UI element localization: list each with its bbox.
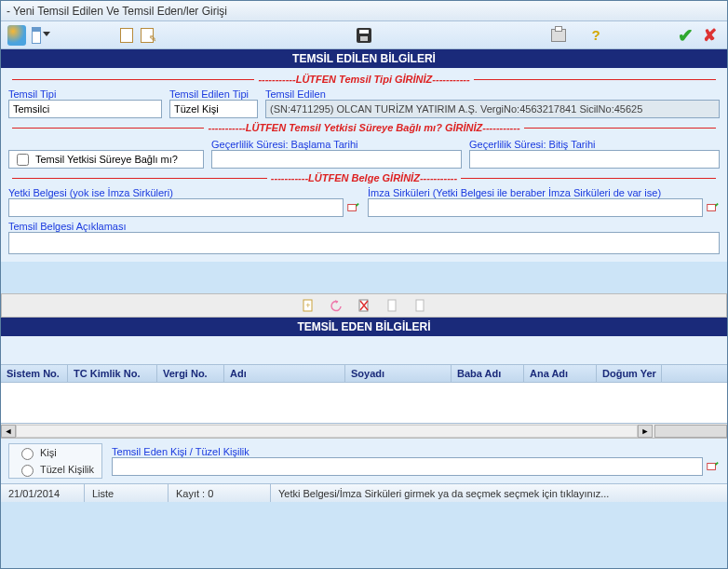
grid-col-header[interactable]: Soyadı [345, 365, 452, 382]
svg-rect-7 [708, 464, 716, 470]
status-message: Yetki Belgesi/İmza Sirküleri girmek ya d… [271, 484, 727, 502]
radio-kisi-text: Kişi [40, 447, 57, 458]
grid-area: Sistem No.TC Kimlik No.Vergi No.AdıSoyad… [1, 364, 727, 439]
label-baslama: Geçerlilik Süresi: Başlama Tarihi [211, 139, 462, 150]
svg-rect-1 [708, 205, 716, 211]
copy-doc-button[interactable] [116, 25, 137, 46]
save-button[interactable] [354, 25, 374, 46]
bottom-panel: Kişi Tüzel Kişilik Temsil Eden Kişi / Tü… [1, 439, 727, 483]
input-temsil-eden-kisi[interactable] [112, 457, 703, 476]
scroll-corner [654, 425, 727, 438]
calendar-dropdown-button[interactable] [31, 25, 51, 46]
input-yetki-belgesi[interactable] [8, 198, 344, 217]
browse-yetki-belgesi-button[interactable] [345, 200, 360, 215]
app-logo-icon[interactable] [7, 25, 27, 46]
save-icon [357, 28, 371, 43]
radio-kisi-label[interactable]: Kişi [17, 445, 94, 460]
radio-tuzel[interactable] [21, 465, 34, 477]
status-record: Kayıt : 0 [169, 484, 271, 502]
divider-temsil-tipi: -----------LÜTFEN Temsil Tipi GİRİNİZ---… [8, 74, 720, 85]
help-button[interactable]: ? [586, 25, 606, 46]
svg-text:+: + [305, 301, 310, 310]
attach-icon [706, 460, 719, 473]
svg-rect-0 [348, 205, 357, 211]
input-baslama-tarihi[interactable] [211, 150, 462, 169]
scroll-track[interactable] [16, 425, 638, 438]
label-bitis: Geçerlilik Süresi: Bitiş Tarihi [469, 139, 720, 150]
input-aciklama[interactable] [8, 232, 720, 254]
grid-col-header[interactable]: Baba Adı [452, 365, 524, 382]
attach-icon [706, 201, 719, 214]
browse-imza-sirkuleri-button[interactable] [705, 200, 720, 215]
input-bitis-tarihi[interactable] [469, 150, 720, 169]
attach-icon [346, 201, 359, 214]
label-aciklama: Temsil Belgesi Açıklaması [8, 221, 720, 232]
grid-col-header[interactable]: Adı [224, 365, 345, 382]
radio-tuzel-label[interactable]: Tüzel Kişilik [17, 462, 94, 477]
label-temsil-tipi: Temsil Tipi [8, 88, 162, 100]
close-icon: ✘ [703, 25, 717, 46]
grid-col-header[interactable]: Doğum Yer [597, 365, 662, 382]
mid-doc1-button[interactable] [384, 298, 399, 313]
document-edit-icon [141, 28, 154, 43]
chevron-down-icon [43, 32, 50, 39]
print-icon [551, 29, 566, 42]
check-icon: ✔ [678, 24, 694, 47]
print-button[interactable] [548, 25, 569, 46]
grid-top-gap [1, 336, 727, 364]
help-icon: ? [591, 27, 600, 43]
entity-type-radio-group: Kişi Tüzel Kişilik [8, 443, 102, 479]
edit-doc-button[interactable] [137, 25, 157, 46]
confirm-button[interactable]: ✔ [675, 25, 695, 46]
grid-body[interactable] [1, 383, 727, 424]
checkbox-sureye-bagli-wrap[interactable]: Temsil Yetkisi Süreye Bağlı mı? [8, 150, 204, 169]
main-toolbar: ? ✔ ✘ [1, 21, 727, 49]
scroll-left-arrow[interactable]: ◄ [1, 425, 16, 438]
grid-col-header[interactable]: TC Kimlik No. [68, 365, 157, 382]
radio-tuzel-text: Tüzel Kişilik [40, 464, 94, 475]
label-temsil-edilen: Temsil Edilen [265, 88, 720, 100]
document-icon [120, 28, 133, 43]
input-temsil-tipi[interactable] [8, 100, 162, 118]
mid-new-button[interactable]: + [301, 298, 316, 313]
section-header-temsil-edilen: TEMSİL EDİLEN BİLGİLERİ [1, 49, 727, 68]
input-imza-sirkuleri[interactable] [368, 198, 703, 217]
label-temsil-edilen-tipi: Temsil Edilen Tipi [169, 88, 258, 100]
grid-col-header[interactable]: Ana Adı [524, 365, 597, 382]
checkbox-sureye-bagli[interactable] [17, 154, 29, 166]
svg-rect-6 [416, 300, 424, 311]
label-imza-sirkuleri: İmza Sirküleri (Yetki Belgesi ile berabe… [368, 187, 720, 198]
mid-undo-button[interactable] [329, 298, 344, 313]
section-header-temsil-eden: TEMSİL EDEN BİLGİLERİ [1, 318, 727, 336]
middle-toolbar: + [1, 293, 727, 318]
label-sureye-bagli: Temsil Yetkisi Süreye Bağlı mı? [35, 154, 178, 165]
status-mode: Liste [85, 484, 169, 502]
browse-temsil-eden-button[interactable] [705, 459, 720, 474]
grid-col-header[interactable]: Sistem No. [1, 365, 68, 382]
radio-kisi[interactable] [21, 448, 34, 460]
cancel-button[interactable]: ✘ [699, 25, 720, 46]
calendar-icon [32, 27, 41, 44]
window-titlebar: - Yeni Temsil Edilen Ve Temsil Eden/ler … [1, 1, 727, 21]
mid-delete-button[interactable] [357, 298, 371, 313]
divider-belge: -----------LÜTFEN Belge GİRİNİZ---------… [8, 172, 720, 183]
top-form-area: -----------LÜTFEN Temsil Tipi GİRİNİZ---… [1, 68, 727, 262]
svg-rect-5 [388, 300, 396, 311]
grid-col-header[interactable]: Vergi No. [157, 365, 224, 382]
label-te-kisi: Temsil Eden Kişi / Tüzel Kişilik [112, 446, 720, 457]
input-temsil-edilen [265, 100, 720, 118]
window-title: - Yeni Temsil Edilen Ve Temsil Eden/ler … [7, 5, 227, 18]
status-bar: 21/01/2014 Liste Kayıt : 0 Yetki Belgesi… [1, 483, 727, 502]
grid-horizontal-scrollbar[interactable]: ◄ ► [1, 424, 727, 439]
mid-doc2-button[interactable] [412, 298, 427, 313]
divider-sure: -----------LÜTFEN Temsil Yetkisi Süreye … [8, 122, 720, 133]
input-temsil-edilen-tipi[interactable] [169, 100, 258, 118]
status-date: 21/01/2014 [1, 484, 85, 502]
scroll-right-arrow[interactable]: ► [638, 425, 653, 438]
grid-header: Sistem No.TC Kimlik No.Vergi No.AdıSoyad… [1, 364, 727, 383]
label-yetki-belgesi: Yetki Belgesi (yok ise İmza Sirküleri) [8, 187, 360, 198]
